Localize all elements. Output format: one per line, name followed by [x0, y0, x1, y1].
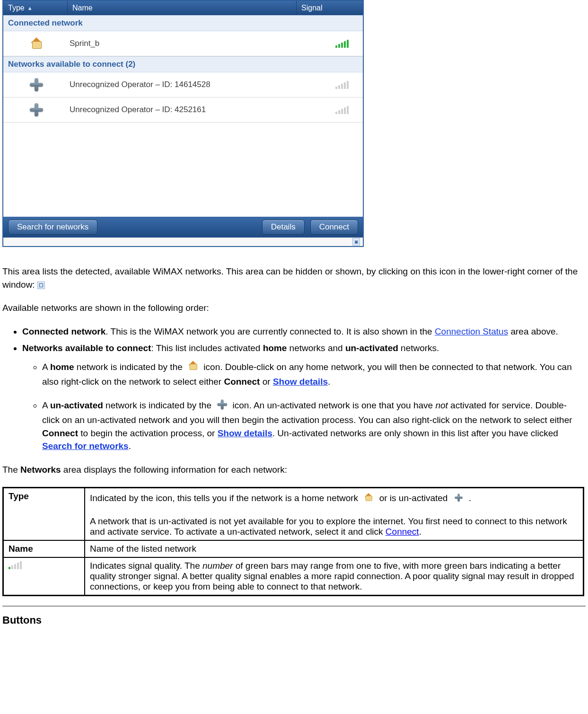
panel-footer: Search for networks Details Connect [3, 217, 363, 238]
column-header-type-label: Type [8, 4, 25, 12]
unactivated-network-icon [3, 78, 70, 91]
signal-strength-icon [328, 80, 356, 89]
column-header-signal-label: Signal [301, 4, 322, 12]
column-header-type[interactable]: Type ▲ [3, 1, 68, 15]
networks-panel: Type ▲ Name Signal Connected network Spr… [2, 0, 364, 247]
paragraph: Available networks are shown in the foll… [2, 301, 584, 315]
search-for-networks-link[interactable]: Search for networks [42, 441, 129, 451]
show-details-link[interactable]: Show details [273, 377, 328, 387]
unactivated-network-icon [3, 103, 70, 116]
table-row: Indicates signal quality. The number of … [3, 557, 584, 596]
table-cell: Indicates signal quality. The number of … [85, 557, 584, 596]
column-header-name[interactable]: Name [68, 1, 297, 15]
network-row-connected[interactable]: Sprint_b [3, 31, 363, 56]
toggle-panel-icon [37, 282, 45, 289]
table-header-name: Name [3, 540, 85, 557]
signal-strength-icon [328, 39, 356, 48]
available-networks-list: Unrecognized Operator – ID: 14614528 Unr… [3, 72, 363, 217]
table-row: Type Indicated by the icon, this tells y… [3, 487, 584, 540]
connect-link[interactable]: Connect [386, 527, 419, 537]
list-item: A un-activated network is indicated by t… [42, 398, 584, 453]
network-name: Unrecognized Operator – ID: 4252161 [70, 105, 328, 115]
section-connected-network: Connected network [3, 15, 363, 31]
signal-strength-icon [328, 106, 356, 114]
buttons-heading: Buttons [0, 614, 588, 626]
unactivated-network-icon [216, 398, 228, 414]
list-item: A home network is indicated by the icon.… [42, 360, 584, 388]
order-list: Connected network. This is the WiMAX net… [2, 325, 584, 453]
connection-status-link[interactable]: Connection Status [435, 326, 508, 336]
signal-bars-icon [9, 561, 22, 569]
table-cell: Name of the listed network [85, 540, 584, 557]
sort-ascending-icon: ▲ [27, 5, 33, 11]
table-header-type: Type [3, 487, 85, 540]
search-for-networks-button[interactable]: Search for networks [8, 220, 97, 235]
table-row: Name Name of the listed network [3, 540, 584, 557]
network-row-available[interactable]: Unrecognized Operator – ID: 4252161 [3, 97, 363, 123]
paragraph: This area lists the detected, available … [2, 265, 584, 291]
section-available-networks: Networks available to connect (2) [3, 56, 363, 72]
column-header-signal[interactable]: Signal [297, 1, 363, 15]
section-divider [2, 606, 586, 607]
paragraph: The Networks area displays the following… [2, 463, 584, 476]
network-name: Sprint_b [70, 39, 328, 48]
network-row-available[interactable]: Unrecognized Operator – ID: 14614528 [3, 72, 363, 97]
network-info-table: Type Indicated by the icon, this tells y… [2, 487, 584, 596]
home-network-icon [187, 360, 199, 376]
unactivated-network-icon [452, 491, 465, 506]
networks-column-header: Type ▲ Name Signal [3, 1, 363, 15]
network-name: Unrecognized Operator – ID: 14614528 [70, 80, 328, 89]
details-button[interactable]: Details [262, 220, 305, 235]
home-network-icon [3, 37, 70, 50]
home-network-icon [362, 491, 375, 506]
table-header-signal [3, 557, 85, 596]
panel-corner: ▣ [3, 238, 363, 246]
show-details-link[interactable]: Show details [218, 428, 272, 438]
document-body: This area lists the detected, available … [0, 254, 588, 476]
connect-button[interactable]: Connect [310, 220, 358, 235]
table-cell: Indicated by the icon, this tells you if… [85, 487, 584, 540]
column-header-name-label: Name [72, 4, 93, 12]
toggle-panel-icon[interactable]: ▣ [352, 238, 360, 246]
list-item: Connected network. This is the WiMAX net… [22, 325, 584, 338]
list-item: Networks available to connect: This list… [22, 342, 584, 453]
